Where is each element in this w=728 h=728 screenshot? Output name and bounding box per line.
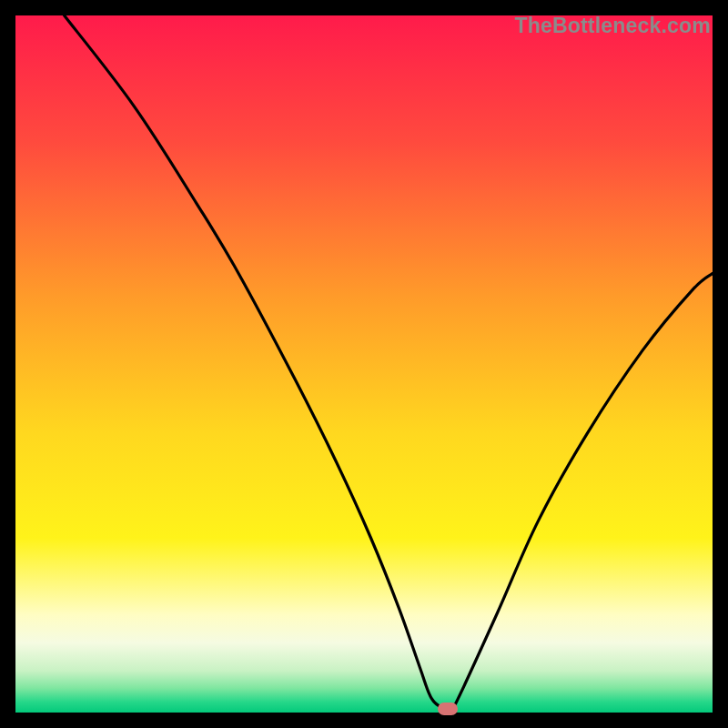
chart-frame: TheBottleneck.com <box>15 15 713 713</box>
svg-rect-0 <box>15 15 713 713</box>
chart-background <box>15 15 713 713</box>
